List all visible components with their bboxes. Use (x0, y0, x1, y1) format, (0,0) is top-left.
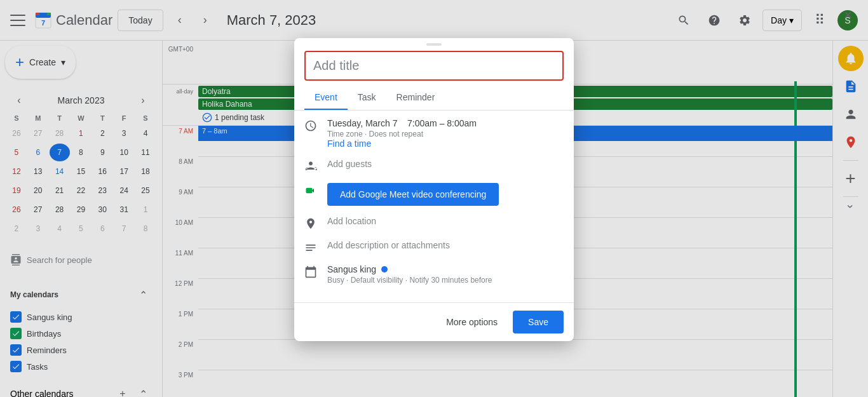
add-guests-input[interactable]: Add guests (327, 159, 372, 169)
event-modal: ✕ Event Task Reminder Tuesday, March 7 (294, 38, 574, 341)
modal-footer: More options Save (294, 302, 574, 341)
description-icon (304, 241, 317, 254)
datetime-text[interactable]: Tuesday, March 7 7:00am – 8:00am (327, 118, 564, 128)
add-meet-button[interactable]: Add Google Meet video conferencing (327, 183, 499, 206)
tab-event[interactable]: Event (304, 86, 348, 110)
drag-handle-bar (426, 43, 442, 46)
find-time-link[interactable]: Find a time (327, 138, 564, 149)
calendar-details: Busy · Default visibility · Notify 30 mi… (327, 276, 564, 285)
title-input[interactable] (304, 51, 564, 81)
modal-header (294, 51, 574, 81)
add-location-input[interactable]: Add location (327, 216, 376, 226)
meet-icon (304, 184, 317, 197)
event-modal-overlay: ✕ Event Task Reminder Tuesday, March 7 (0, 0, 868, 397)
location-icon (304, 217, 317, 230)
tab-task[interactable]: Task (348, 86, 386, 110)
svg-rect-9 (306, 188, 313, 193)
more-options-button[interactable]: More options (436, 312, 508, 332)
modal-tabs: Event Task Reminder (294, 86, 574, 111)
guests-icon (304, 160, 317, 173)
date-part: Tuesday, March 7 (327, 118, 398, 128)
calendar-color-dot (381, 266, 388, 273)
add-description-input[interactable]: Add description or attachments (327, 240, 450, 250)
time-part: 7:00am – 8:00am (407, 118, 477, 128)
calendar-row: Sangus king Busy · Default visibility · … (304, 264, 564, 285)
description-row: Add description or attachments (304, 240, 564, 254)
datetime-content: Tuesday, March 7 7:00am – 8:00am Time zo… (327, 118, 564, 149)
save-button[interactable]: Save (513, 311, 564, 333)
modal-drag-handle[interactable] (294, 38, 574, 51)
meet-row: Add Google Meet video conferencing (304, 183, 564, 206)
clock-icon (304, 119, 317, 132)
modal-body: Tuesday, March 7 7:00am – 8:00am Time zo… (294, 111, 574, 302)
calendar-icon (304, 266, 317, 278)
calendar-name: Sangus king (327, 264, 376, 274)
calendar-row-content: Sangus king Busy · Default visibility · … (327, 264, 564, 285)
datetime-row: Tuesday, March 7 7:00am – 8:00am Time zo… (304, 118, 564, 149)
tab-reminder[interactable]: Reminder (386, 86, 445, 110)
guests-row: Add guests (304, 159, 564, 173)
timezone-text: Time zone · Does not repeat (327, 130, 564, 138)
location-row: Add location (304, 216, 564, 230)
